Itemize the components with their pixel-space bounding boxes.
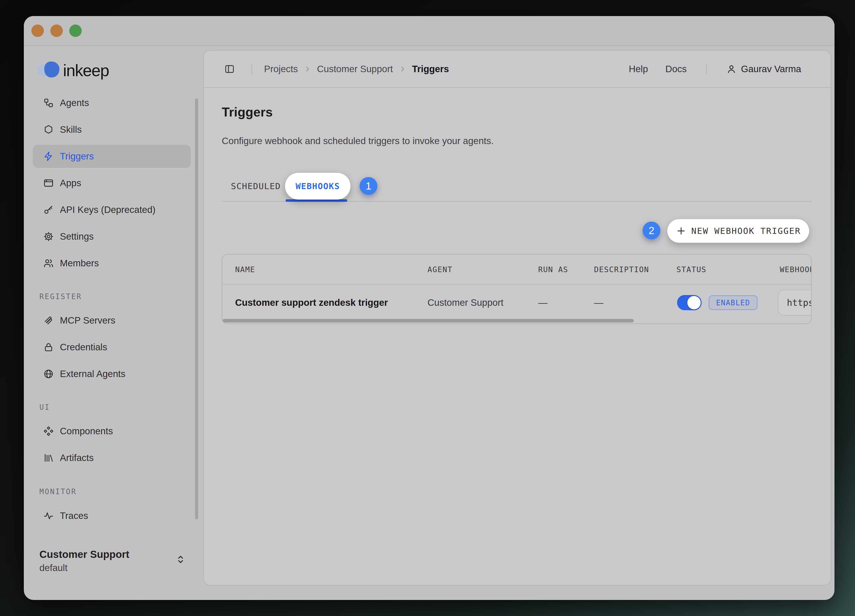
- app-window: inkeep Agents Skills Triggers Apps: [24, 16, 835, 600]
- mcp-icon: [43, 315, 54, 326]
- table-row[interactable]: Customer support zendesk trigger Custome…: [222, 285, 812, 320]
- sidebar-item-members[interactable]: Members: [33, 252, 191, 275]
- header-actions: Help Docs Gaurav Varma: [629, 51, 801, 87]
- page-description: Configure webhook and scheduled triggers…: [222, 136, 493, 146]
- inkeep-logo-text: inkeep: [63, 61, 109, 80]
- sidebar-item-label: Triggers: [60, 151, 94, 162]
- sidebar-item-skills[interactable]: Skills: [33, 118, 191, 141]
- cell-agent: Customer Support: [428, 285, 503, 320]
- plus-icon: [676, 225, 686, 236]
- cell-run-as: —: [538, 285, 547, 320]
- sidebar-scrollbar[interactable]: [195, 98, 198, 519]
- close-window-icon[interactable]: [31, 25, 44, 37]
- sidebar-item-label: Apps: [60, 178, 81, 188]
- column-header-description: DESCRIPTION: [594, 254, 649, 284]
- sidebar-item-api-keys[interactable]: API Keys (Deprecated): [33, 198, 191, 221]
- sidebar-item-label: Traces: [60, 510, 88, 521]
- tab-scheduled[interactable]: SCHEDULED: [231, 173, 281, 199]
- annotation-badge-1: 1: [360, 177, 377, 195]
- sidebar-item-label: MCP Servers: [60, 315, 115, 326]
- minimize-window-icon[interactable]: [50, 25, 63, 37]
- status-toggle[interactable]: [677, 295, 702, 310]
- table-header-row: NAME AGENT RUN AS DESCRIPTION STATUS WEB…: [222, 254, 812, 285]
- tab-webhooks-label: WEBHOOKS: [296, 181, 340, 191]
- header-divider: [706, 64, 707, 74]
- sidebar-item-label: Settings: [60, 231, 94, 242]
- sidebar-item-label: Components: [60, 426, 113, 437]
- breadcrumb-customer-support[interactable]: Customer Support: [317, 64, 393, 74]
- sidebar-item-external-agents[interactable]: External Agents: [33, 362, 191, 386]
- new-webhook-trigger-button[interactable]: NEW WEBHOOK TRIGGER: [667, 219, 809, 243]
- sidebar-item-label: Credentials: [60, 342, 107, 352]
- chevron-right-icon: [399, 65, 406, 73]
- toggle-knob: [687, 296, 701, 310]
- new-webhook-trigger-label: NEW WEBHOOK TRIGGER: [691, 226, 801, 236]
- sidebar-item-label: Artifacts: [60, 452, 94, 463]
- sidebar-item-label: External Agents: [60, 369, 126, 379]
- column-header-run-as: RUN AS: [538, 254, 568, 284]
- sidebar-section-monitor: MONITOR: [40, 487, 77, 496]
- sidebar-item-triggers[interactable]: Triggers: [33, 145, 191, 168]
- sidebar-item-label: Members: [60, 258, 99, 268]
- sidebar-item-artifacts[interactable]: Artifacts: [33, 446, 191, 469]
- chevron-right-icon: [304, 65, 311, 73]
- table-horizontal-scrollbar[interactable]: [223, 319, 634, 322]
- breadcrumb-triggers: Triggers: [412, 64, 449, 74]
- sidebar-item-mcp-servers[interactable]: MCP Servers: [33, 309, 191, 332]
- sidebar-item-apps[interactable]: Apps: [33, 172, 191, 195]
- help-link[interactable]: Help: [629, 64, 648, 74]
- project-switcher[interactable]: Customer Support default: [40, 547, 191, 579]
- workflow-icon: [43, 98, 54, 108]
- sidebar-item-settings[interactable]: Settings: [33, 225, 191, 248]
- sidebar-item-traces[interactable]: Traces: [33, 504, 191, 527]
- docs-link[interactable]: Docs: [665, 64, 686, 74]
- cell-trigger-name: Customer support zendesk trigger: [235, 285, 388, 320]
- zap-icon: [43, 151, 54, 161]
- triggers-table: NAME AGENT RUN AS DESCRIPTION STATUS WEB…: [222, 254, 812, 324]
- users-icon: [43, 258, 54, 268]
- library-icon: [43, 453, 54, 463]
- project-environment: default: [40, 561, 191, 575]
- sidebar-item-label: Agents: [60, 98, 89, 108]
- zoom-window-icon[interactable]: [69, 25, 82, 37]
- user-menu[interactable]: Gaurav Varma: [726, 64, 801, 74]
- hexagon-icon: [43, 124, 54, 135]
- lock-icon: [43, 342, 54, 352]
- sidebar-item-label: Skills: [60, 124, 82, 135]
- breadcrumb: Projects Customer Support Triggers: [264, 51, 449, 87]
- user-icon: [726, 64, 737, 74]
- globe-icon: [43, 369, 54, 379]
- annotation-badge-2: 2: [643, 222, 660, 239]
- app-window-icon: [43, 178, 54, 188]
- sidebar-item-credentials[interactable]: Credentials: [33, 336, 191, 359]
- header-divider: [251, 64, 252, 75]
- breadcrumb-projects[interactable]: Projects: [264, 64, 298, 74]
- sidebar-item-agents[interactable]: Agents: [33, 91, 191, 115]
- chevrons-up-down-icon: [175, 554, 186, 565]
- inkeep-logo-icon: [37, 61, 60, 79]
- sidebar-section-ui: UI: [40, 403, 50, 412]
- column-header-webhook-url: WEBHOOK URL: [780, 254, 812, 284]
- macos-titlebar: [24, 16, 835, 46]
- cell-description: —: [594, 285, 604, 320]
- component-icon: [43, 426, 54, 436]
- gear-icon: [43, 231, 54, 242]
- inkeep-logo[interactable]: inkeep: [37, 61, 109, 80]
- sidebar-section-register: REGISTER: [40, 292, 82, 301]
- page-title: Triggers: [222, 104, 273, 120]
- status-badge: ENABLED: [709, 295, 757, 310]
- main-panel: Projects Customer Support Triggers Help …: [203, 50, 831, 585]
- column-header-name: NAME: [235, 254, 255, 284]
- project-name: Customer Support: [40, 547, 191, 561]
- tab-webhooks[interactable]: WEBHOOKS: [285, 173, 351, 199]
- user-name: Gaurav Varma: [741, 64, 801, 74]
- sidebar-item-label: API Keys (Deprecated): [60, 204, 156, 215]
- sidebar-item-components[interactable]: Components: [33, 420, 191, 443]
- activity-icon: [43, 511, 54, 521]
- active-tab-indicator: [286, 199, 347, 202]
- column-header-status: STATUS: [676, 254, 706, 284]
- key-icon: [43, 205, 54, 215]
- sidebar-toggle-icon[interactable]: [224, 64, 235, 74]
- webhook-url-chip[interactable]: https: [778, 290, 812, 316]
- column-header-agent: AGENT: [428, 254, 452, 284]
